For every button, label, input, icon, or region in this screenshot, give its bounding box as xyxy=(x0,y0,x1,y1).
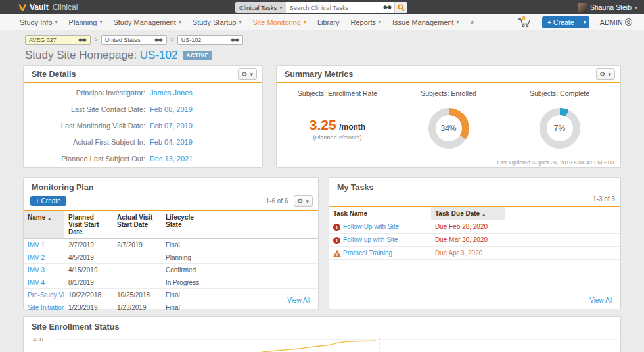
search-scope-label: Clinical Tasks xyxy=(239,4,277,11)
field-row: Actual First Subject In: Feb 04, 2019 xyxy=(24,138,262,155)
metric-enrolled: Subjects: Enrolled 34% xyxy=(393,89,504,162)
page-title-site: US-102 xyxy=(140,49,178,61)
table-row: Pre-Study Vi... 10/22/2018 10/25/2018 Fi… xyxy=(24,289,318,301)
column-header-name[interactable]: Name▲ xyxy=(24,211,64,239)
page-title: Study Site Homepage: US-102 ACTIVE xyxy=(25,49,212,62)
chevron-down-icon: ▾ xyxy=(306,198,309,205)
site-details-fields: Principal Investigator: James Jones Last… xyxy=(24,83,262,171)
task-link[interactable]: Follow up with Site xyxy=(343,236,398,243)
tasks-view-all-link[interactable]: View All xyxy=(589,297,612,304)
visit-link[interactable]: IMV 2 xyxy=(24,251,64,264)
monitoring-plan-table: Name▲ Planned Visit Start Date Actual Vi… xyxy=(24,211,318,314)
visit-link[interactable]: IMV 4 xyxy=(24,276,64,289)
monitoring-pagination: 1-6 of 6 xyxy=(266,197,288,205)
user-menu[interactable]: Shauna Steib ▾ xyxy=(578,3,637,13)
main-nav: Study Info ▾ Planning ▾ Study Management… xyxy=(0,14,644,30)
breadcrumb-study[interactable]: AVEG 027 xyxy=(25,35,91,45)
table-row: IMV 3 4/15/2019 Confirmed xyxy=(24,264,318,276)
task-due-date: Due Apr 3, 2020 xyxy=(431,246,505,259)
brand-clinical: Clinical xyxy=(53,3,78,12)
table-row: IMV 2 4/5/2019 Planning xyxy=(24,251,318,264)
actual-first-subject-in[interactable]: Feb 04, 2019 xyxy=(150,138,193,146)
column-header-planned-visit[interactable]: Planned Visit Start Date xyxy=(64,211,113,239)
site-details-gear-button[interactable]: ⚙ ▾ xyxy=(238,68,258,80)
nav-planning[interactable]: Planning ▾ xyxy=(69,18,103,26)
principal-investigator-link[interactable]: James Jones xyxy=(150,89,193,97)
last-monitoring-visit-date[interactable]: Feb 07, 2019 xyxy=(150,122,193,130)
nav-issue-management[interactable]: Issue Management ▾ xyxy=(392,18,459,26)
complete-percent: 7% xyxy=(540,108,580,149)
cart-count-badge: 0 xyxy=(522,15,526,22)
nav-study-startup[interactable]: Study Startup ▾ xyxy=(193,18,242,26)
global-search: Clinical Tasks ▾ xyxy=(235,2,407,13)
table-row: !Protocol Training Due Apr 3, 2020 xyxy=(329,246,620,259)
sort-asc-icon: ▲ xyxy=(482,213,486,216)
column-header-lifecycle-state[interactable]: Lifecycle State xyxy=(162,211,216,239)
nav-study-management[interactable]: Study Management ▾ xyxy=(113,18,181,26)
summary-metrics-title: Summary Metrics xyxy=(285,70,353,79)
create-dropdown-caret[interactable]: ▾ xyxy=(580,16,589,28)
avatar xyxy=(578,3,587,13)
chevron-down-icon: ▾ xyxy=(379,19,381,25)
site-enrollment-status-panel: Site Enrollment Status 400 xyxy=(23,316,621,352)
task-link[interactable]: Protocol Training xyxy=(343,249,392,257)
create-monitoring-visit-button[interactable]: + Create xyxy=(30,196,66,206)
chevron-down-icon: ▾ xyxy=(239,19,241,25)
summary-metrics-gear-button[interactable]: ⚙ ▾ xyxy=(596,68,616,80)
enrollment-rate-unit: /month xyxy=(339,122,365,132)
chevron-down-icon: ▾ xyxy=(250,71,253,78)
monitoring-view-all-link[interactable]: View All xyxy=(287,297,310,304)
visit-link[interactable]: IMV 1 xyxy=(24,239,64,251)
chevron-right-icon: > xyxy=(94,36,98,43)
enrollment-chart xyxy=(40,329,618,352)
column-header-task-due-date[interactable]: Task Due Date▲ xyxy=(431,207,505,220)
monitoring-gear-button[interactable]: ⚙ ▾ xyxy=(294,195,313,207)
enrollment-rate-planned: (Planned 2/month) xyxy=(282,134,393,141)
chevron-down-icon: ▾ xyxy=(608,71,611,78)
column-header-actual-visit[interactable]: Actual Visit Start Date xyxy=(113,211,162,239)
column-header-task-name[interactable]: Task Name xyxy=(329,207,431,220)
table-row: !Follow up with Site Due Mar 30, 2020 xyxy=(329,233,620,246)
visit-link[interactable]: Site Initiation... xyxy=(24,301,64,314)
table-row: !Follow Up with Site Due Feb 28, 2020 xyxy=(329,220,620,234)
page-title-prefix: Study Site Homepage: xyxy=(25,49,137,61)
site-details-panel: Site Details ⚙ ▾ Principal Investigator:… xyxy=(23,65,263,168)
create-button[interactable]: + Create xyxy=(542,16,580,28)
nav-study-info[interactable]: Study Info ▾ xyxy=(20,18,58,26)
task-due-date: Due Mar 30, 2020 xyxy=(431,233,505,246)
more-nav-chevron-icon[interactable]: » xyxy=(469,20,476,24)
field-row: Planned Last Subject Out: Dec 13, 2021 xyxy=(24,155,262,171)
nav-library[interactable]: Library xyxy=(317,18,340,26)
enrollment-line xyxy=(262,341,376,352)
chevron-down-icon: ▾ xyxy=(457,19,459,25)
visit-link[interactable]: IMV 3 xyxy=(24,264,64,276)
vault-clinical-app: { "theme": { "accent_orange": "#f5a11c",… xyxy=(0,0,644,352)
chevron-down-icon: ▾ xyxy=(304,19,306,25)
breadcrumb-site[interactable]: US-102 xyxy=(177,35,243,45)
breadcrumb-country[interactable]: United States xyxy=(101,35,167,45)
binoculars-icon xyxy=(231,38,239,43)
last-site-contact-date[interactable]: Feb 08, 2019 xyxy=(150,105,193,113)
search-button[interactable] xyxy=(394,2,407,13)
overdue-alert-icon: ! xyxy=(333,224,340,231)
binoculars-icon[interactable] xyxy=(380,5,394,10)
subjects-complete-donut: 7% xyxy=(540,108,580,149)
site-details-title: Site Details xyxy=(32,70,76,79)
nav-site-monitoring[interactable]: Site Monitoring ▾ xyxy=(252,18,306,26)
search-input[interactable] xyxy=(286,4,380,11)
nav-reports[interactable]: Reports ▾ xyxy=(351,18,382,26)
task-link[interactable]: Follow Up with Site xyxy=(343,223,399,230)
warning-triangle-icon: ! xyxy=(333,250,341,257)
cart-button[interactable]: 0 xyxy=(517,17,532,28)
nav-right-group: 0 + Create ▾ ADMIN ⚙ xyxy=(517,16,632,28)
overdue-alert-icon: ! xyxy=(333,237,340,244)
admin-label: ADMIN xyxy=(600,18,623,26)
visit-link[interactable]: Pre-Study Vi... xyxy=(24,289,64,301)
monitoring-plan-title: Monitoring Plan xyxy=(24,178,318,193)
admin-button[interactable]: ADMIN ⚙ xyxy=(600,18,632,26)
chevron-down-icon: ▾ xyxy=(279,5,282,11)
breadcrumb: AVEG 027 > United States > US-102 xyxy=(25,35,243,45)
planned-last-subject-out[interactable]: Dec 13, 2021 xyxy=(150,155,193,163)
search-scope-dropdown[interactable]: Clinical Tasks ▾ xyxy=(235,2,286,13)
field-row: Last Site Contact Date: Feb 08, 2019 xyxy=(24,105,262,122)
